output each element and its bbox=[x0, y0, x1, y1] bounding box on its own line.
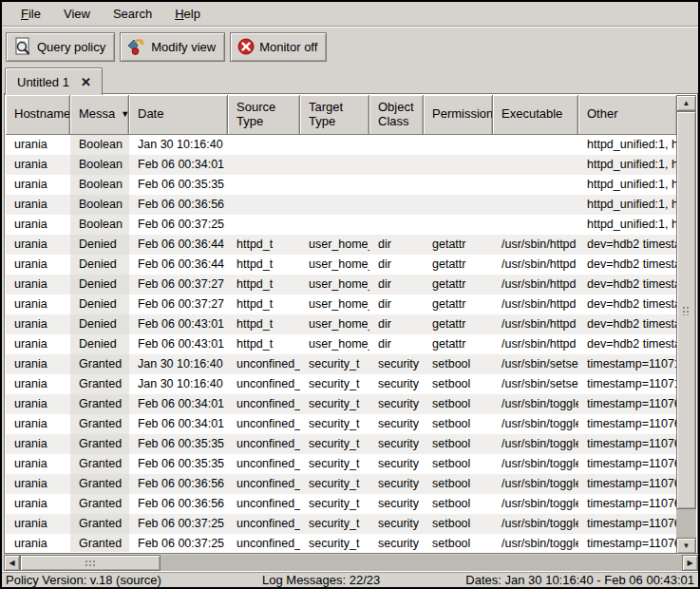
cell-other: timestamp=11076 bbox=[578, 454, 677, 474]
cell-object-class: security bbox=[369, 354, 424, 374]
cell-target-type bbox=[300, 135, 369, 155]
scroll-right-button[interactable]: ▶ bbox=[682, 555, 698, 571]
horizontal-scrollbar-thumb[interactable] bbox=[20, 555, 161, 571]
column-header-date[interactable]: Date bbox=[129, 95, 228, 135]
cell-target-type bbox=[300, 195, 369, 215]
table-row[interactable]: uraniaGrantedFeb 06 00:36:56unconfined_s… bbox=[6, 474, 677, 494]
cell-permission: getattr bbox=[424, 275, 493, 294]
table-row[interactable]: uraniaDeniedFeb 06 00:43:01httpd_tuser_h… bbox=[6, 334, 677, 354]
table-row[interactable]: uraniaBooleanFeb 06 00:36:56httpd_unifie… bbox=[6, 195, 677, 215]
cell-date: Jan 30 10:16:40 bbox=[129, 374, 228, 394]
table-row[interactable]: uraniaGrantedFeb 06 00:35:35unconfined_s… bbox=[6, 454, 677, 474]
cell-permission: setbool bbox=[424, 374, 493, 394]
vertical-scrollbar-thumb[interactable] bbox=[676, 111, 696, 509]
cell-executable: /usr/sbin/setseb bbox=[493, 374, 578, 394]
cell-permission: setbool bbox=[424, 474, 493, 494]
cell-date: Feb 06 00:37:25 bbox=[129, 514, 228, 534]
tab-untitled-1[interactable]: Untitled 1 ✕ bbox=[5, 67, 103, 95]
menu-file[interactable]: File bbox=[9, 4, 52, 24]
policy-version-status: Policy Version: v.18 (source) bbox=[6, 573, 262, 587]
cell-messa: Denied bbox=[70, 314, 129, 334]
cell-object-class: security bbox=[369, 374, 424, 394]
cell-hostname: urania bbox=[6, 155, 70, 175]
column-header-source-type[interactable]: Source Type bbox=[228, 95, 300, 135]
cell-hostname: urania bbox=[6, 454, 70, 474]
dates-status: Dates: Jan 30 10:16:40 - Feb 06 00:43:01 bbox=[443, 573, 694, 587]
cell-object-class bbox=[369, 135, 424, 155]
cell-source-type bbox=[228, 215, 300, 235]
table-row[interactable]: uraniaGrantedFeb 06 00:35:35unconfined_s… bbox=[6, 434, 677, 454]
table-row[interactable]: uraniaBooleanFeb 06 00:37:25httpd_unifie… bbox=[6, 215, 677, 235]
cell-object-class: dir bbox=[369, 334, 424, 354]
cell-messa: Boolean bbox=[70, 175, 129, 195]
cell-messa: Granted bbox=[70, 394, 129, 414]
column-header-permission[interactable]: Permission bbox=[424, 95, 493, 135]
cell-executable bbox=[493, 155, 578, 175]
vertical-scrollbar[interactable]: ▲ ▼ bbox=[676, 95, 696, 554]
table-row[interactable]: uraniaGrantedJan 30 10:16:40unconfined_s… bbox=[6, 354, 677, 374]
cell-executable: /usr/sbin/toggle bbox=[493, 414, 578, 434]
cell-object-class: security bbox=[369, 414, 424, 434]
column-header-executable[interactable]: Executable bbox=[493, 95, 578, 135]
cell-source-type: unconfined_ bbox=[228, 494, 300, 514]
monitor-off-button[interactable]: Monitor off bbox=[230, 32, 327, 62]
table-row[interactable]: uraniaGrantedFeb 06 00:37:25unconfined_s… bbox=[6, 514, 677, 534]
scroll-down-button[interactable]: ▼ bbox=[676, 538, 696, 554]
column-header-label: Permission bbox=[432, 107, 493, 122]
menubar: FileViewSearchHelp bbox=[2, 2, 698, 27]
cell-hostname: urania bbox=[6, 534, 70, 552]
cell-date: Feb 06 00:36:56 bbox=[129, 195, 228, 215]
table-row[interactable]: uraniaGrantedFeb 06 00:36:56unconfined_s… bbox=[6, 494, 677, 514]
cell-date: Feb 06 00:43:01 bbox=[129, 334, 228, 354]
cell-date: Feb 06 00:37:27 bbox=[129, 275, 228, 294]
column-header-label: Target Type bbox=[309, 101, 369, 129]
scrollbar-grip-icon bbox=[85, 560, 96, 566]
cell-other: httpd_unified:1, h bbox=[578, 175, 677, 195]
cell-other: timestamp=11076 bbox=[578, 394, 677, 414]
cell-target-type: user_home_ bbox=[300, 294, 369, 314]
cell-executable: /usr/sbin/httpd bbox=[493, 334, 578, 354]
table-row[interactable]: uraniaDeniedFeb 06 00:36:44httpd_tuser_h… bbox=[6, 235, 677, 255]
cell-messa: Boolean bbox=[70, 135, 129, 155]
table-row[interactable]: uraniaDeniedFeb 06 00:43:01httpd_tuser_h… bbox=[6, 314, 677, 334]
cell-other: dev=hdb2 timesta bbox=[578, 275, 677, 294]
cell-target-type: security_t bbox=[300, 434, 369, 454]
table-row[interactable]: uraniaGrantedFeb 06 00:34:01unconfined_s… bbox=[6, 394, 677, 414]
tab-close-button[interactable]: ✕ bbox=[77, 73, 95, 91]
table-row[interactable]: uraniaGrantedJan 30 10:16:40unconfined_s… bbox=[6, 374, 677, 394]
cell-permission bbox=[424, 215, 493, 235]
table-row[interactable]: uraniaDeniedFeb 06 00:37:27httpd_tuser_h… bbox=[6, 294, 677, 314]
cell-permission: getattr bbox=[424, 255, 493, 275]
cell-permission: setbool bbox=[424, 354, 493, 374]
table-row[interactable]: uraniaGrantedFeb 06 00:34:01unconfined_s… bbox=[6, 414, 677, 434]
column-header-other[interactable]: Other bbox=[578, 95, 677, 135]
menu-help[interactable]: Help bbox=[163, 4, 212, 24]
table-row[interactable]: uraniaBooleanFeb 06 00:35:35httpd_unifie… bbox=[6, 175, 677, 195]
cell-target-type bbox=[300, 155, 369, 175]
horizontal-scrollbar[interactable]: ◀ ▶ bbox=[4, 555, 698, 571]
scroll-left-button[interactable]: ◀ bbox=[4, 555, 20, 571]
table-row[interactable]: uraniaBooleanFeb 06 00:34:01httpd_unifie… bbox=[6, 155, 677, 175]
menu-view[interactable]: View bbox=[52, 4, 102, 24]
cell-target-type: user_home_ bbox=[300, 275, 369, 294]
cell-hostname: urania bbox=[6, 255, 70, 275]
table-row[interactable]: uraniaBooleanJan 30 10:16:40httpd_unifie… bbox=[6, 135, 677, 155]
cell-other: httpd_unified:1, h bbox=[578, 215, 677, 235]
cell-object-class bbox=[369, 155, 424, 175]
scroll-up-button[interactable]: ▲ bbox=[676, 95, 696, 111]
table-row[interactable]: uraniaDeniedFeb 06 00:37:27httpd_tuser_h… bbox=[6, 275, 677, 294]
column-header-object-class[interactable]: Object Class bbox=[369, 95, 424, 135]
modify-view-button[interactable]: Modify view bbox=[120, 32, 225, 62]
query-policy-button[interactable]: Query policy bbox=[6, 32, 115, 62]
column-header-target-type[interactable]: Target Type bbox=[300, 95, 369, 135]
cell-object-class: security bbox=[369, 534, 424, 552]
app-window: FileViewSearchHelp Query policy bbox=[0, 0, 700, 589]
table-row[interactable]: uraniaGrantedFeb 06 00:37:25unconfined_s… bbox=[6, 534, 677, 552]
menu-search[interactable]: Search bbox=[102, 4, 163, 24]
column-header-messa[interactable]: Messa▼ bbox=[70, 95, 129, 135]
table-row[interactable]: uraniaDeniedFeb 06 00:36:44httpd_tuser_h… bbox=[6, 255, 677, 275]
cell-object-class bbox=[369, 215, 424, 235]
cell-executable: /usr/sbin/httpd bbox=[493, 235, 578, 255]
column-header-hostname[interactable]: Hostname bbox=[6, 95, 70, 135]
cell-target-type: security_t bbox=[300, 394, 369, 414]
